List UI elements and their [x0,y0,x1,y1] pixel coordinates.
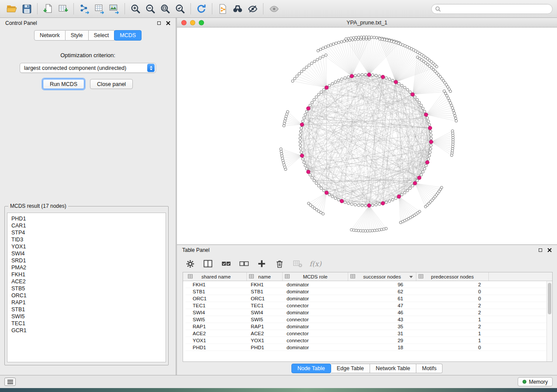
mcds-result-item[interactable]: PMA2 [11,264,162,271]
table-row[interactable]: STB1STB1dominator620 [186,288,552,295]
float-panel-icon[interactable] [157,21,161,25]
cell-MCDS-role: dominator [283,344,348,351]
control-panel-title: Control Panel [5,20,37,26]
tab-mcds[interactable]: MCDS [114,30,142,41]
memory-button[interactable]: Memory [518,377,553,386]
status-menu-button[interactable] [4,378,16,386]
close-panel-icon[interactable] [166,21,170,25]
import-network-button[interactable] [41,2,55,16]
tab-style[interactable]: Style [66,30,89,41]
tab-select[interactable]: Select [89,30,115,41]
zoom-out-button[interactable] [143,2,158,16]
mcds-result-list[interactable]: PHD1CAR1STP4TID3YOX1SWI4SRD1PMA2FKH1ACE2… [7,213,166,362]
window-close-button[interactable] [181,20,187,25]
cell-shared-name: YOX1 [186,337,247,344]
close-panel-button[interactable]: Close panel [90,79,133,89]
mcds-result-item[interactable]: GCR1 [11,327,162,334]
column-header-MCDS-role[interactable]: MCDS role [283,272,348,281]
cell-shared-name: FKH1 [186,281,247,288]
column-header-successor-nodes[interactable]: successor nodes [348,272,416,281]
table-row[interactable]: RAP1RAP1dominator352 [186,323,552,330]
float-table-panel-icon[interactable] [539,248,542,252]
mcds-result-item[interactable]: RAP1 [11,299,162,306]
mcds-result-item[interactable]: STP4 [11,229,162,236]
hide-graphics-button[interactable] [245,2,260,16]
mcds-result-item[interactable]: TEC1 [11,320,162,327]
memory-status-dot [522,380,526,384]
table-row[interactable]: YOX1YOX1connector291 [186,337,552,344]
deselect-all-rows-button[interactable] [239,258,249,269]
mcds-result-item[interactable]: STB1 [11,306,162,313]
table-row[interactable]: TEC1TEC1connector472 [186,302,552,309]
select-all-rows-button[interactable] [221,258,231,269]
zoom-fit-button[interactable] [158,2,173,16]
cell-successor-nodes: 96 [348,281,416,288]
network-canvas[interactable] [177,28,557,244]
export-table-button[interactable] [92,2,107,16]
mcds-result-item[interactable]: YOX1 [11,243,162,250]
mcds-result-item[interactable]: ORC1 [11,292,162,299]
table-row[interactable]: ACE2ACE2connector311 [186,330,552,337]
table-row[interactable]: FKH1FKH1dominator962 [186,281,552,288]
refresh-view-button[interactable] [194,2,209,16]
window-minimize-button[interactable] [190,20,195,25]
mcds-result-item[interactable]: SRD1 [11,257,162,264]
mcds-result-item[interactable]: STB5 [11,285,162,292]
mcds-result-item[interactable]: SWI4 [11,250,162,257]
table-scrollbar[interactable] [547,281,552,361]
mcds-result-item[interactable]: PHD1 [11,215,162,222]
window-zoom-button[interactable] [199,20,204,25]
mcds-result-item[interactable]: FKH1 [11,271,162,278]
network-graph[interactable] [177,28,556,244]
mcds-result-item[interactable]: SWI5 [11,313,162,320]
cell-name: STB1 [247,288,283,295]
zoom-in-icon [130,3,141,14]
table-row[interactable]: ORC1ORC1dominator610 [186,295,552,302]
tab-edge-table[interactable]: Edge Table [331,364,370,373]
table-scrollbar-thumb[interactable] [548,283,551,314]
table-row[interactable]: SWI5SWI5connector431 [186,316,552,323]
zoom-in-button[interactable] [128,2,143,16]
cell-successor-nodes: 46 [348,309,416,316]
mcds-result-item[interactable]: ACE2 [11,278,162,285]
global-search[interactable] [431,4,553,14]
import-table-button[interactable] [55,2,70,16]
mcds-result-item[interactable]: CAR1 [11,222,162,229]
column-header-shared-name[interactable]: shared name [186,272,247,281]
optimization-criterion-select[interactable]: largest connected component (undirected) [20,63,156,73]
tab-network[interactable]: Network [34,30,66,41]
export-network-button[interactable] [77,2,92,16]
search-icon [435,6,441,12]
cell-MCDS-role: connector [283,316,348,323]
search-input[interactable] [443,6,549,12]
export-image-button[interactable] [107,2,121,16]
table-panel-header: Table Panel [177,245,557,255]
column-header-name[interactable]: name [247,272,283,281]
cell-shared-name: PHD1 [186,344,247,351]
column-selector-button[interactable] [203,258,213,269]
run-mcds-button[interactable]: Run MCDS [43,79,84,89]
close-table-panel-icon[interactable] [547,248,552,252]
mcds-result-item[interactable]: TID3 [11,236,162,243]
tab-network-table[interactable]: Network Table [370,364,416,373]
zoom-selected-button[interactable] [173,2,187,16]
cell-shared-name: STB1 [186,288,247,295]
table-row[interactable]: PHD1PHD1dominator180 [186,344,552,351]
share-document-button[interactable] [215,2,230,16]
save-session-button[interactable] [19,2,34,16]
search-network-button[interactable] [230,2,245,16]
tab-node-table[interactable]: Node Table [291,364,331,373]
binoculars-icon [232,3,243,14]
cell-shared-name: SWI4 [186,309,247,316]
cell-predecessor-nodes: 1 [416,316,489,323]
network-window-titlebar: YPA_prune.txt_1 [177,18,557,28]
table-row[interactable]: SWI4SWI4dominator462 [186,309,552,316]
delete-column-button[interactable] [274,258,285,269]
column-settings-button[interactable] [185,258,195,269]
tab-motifs[interactable]: Motifs [416,364,443,373]
column-header-predecessor-nodes[interactable]: predecessor nodes [416,272,489,281]
add-column-button[interactable] [256,258,267,269]
open-session-button[interactable] [4,2,19,16]
memory-label: Memory [529,379,548,385]
network-window: YPA_prune.txt_1 [177,18,557,245]
